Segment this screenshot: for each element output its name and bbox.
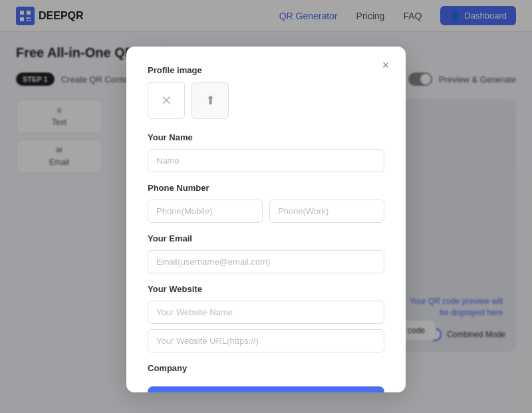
save-vcard-button[interactable]: Save Vcard — [148, 386, 384, 392]
email-group: Your Email — [148, 233, 384, 273]
modal-close-button[interactable]: × — [376, 56, 395, 74]
remove-image-button[interactable]: ✕ — [148, 82, 185, 119]
name-group: Your Name — [148, 132, 384, 172]
your-website-label: Your Website — [148, 284, 384, 294]
phone-label: Phone Number — [148, 183, 384, 193]
website-name-input[interactable] — [148, 301, 384, 324]
your-email-label: Your Email — [148, 233, 384, 243]
profile-image-label: Profile image — [148, 65, 384, 75]
profile-image-row: ✕ ⬆ — [148, 82, 384, 119]
website-group: Your Website — [148, 284, 384, 352]
website-url-input[interactable] — [148, 329, 384, 352]
name-input[interactable] — [148, 149, 384, 172]
phone-work-input[interactable] — [269, 200, 384, 223]
upload-icon: ⬆ — [205, 93, 215, 108]
phone-group: Phone Number — [148, 183, 384, 223]
upload-image-button[interactable]: ⬆ — [192, 82, 229, 119]
your-name-label: Your Name — [148, 132, 384, 142]
email-input[interactable] — [148, 250, 384, 273]
company-label: Company — [148, 363, 384, 373]
vcard-modal: × Profile image ✕ ⬆ Your Name Phone Numb… — [126, 47, 406, 392]
phone-mobile-input[interactable] — [148, 200, 263, 223]
modal-overlay: × Profile image ✕ ⬆ Your Name Phone Numb… — [0, 0, 532, 413]
phone-row — [148, 200, 384, 223]
